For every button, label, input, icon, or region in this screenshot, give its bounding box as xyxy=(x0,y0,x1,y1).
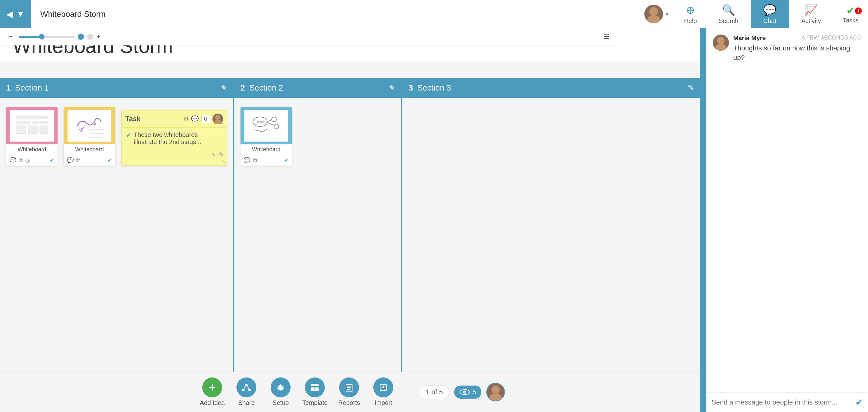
zoom-out-button[interactable]: − xyxy=(6,33,16,41)
search-label: Search xyxy=(719,18,738,25)
chat-message-1-header: Maria Myre A FEW SECONDS AGO xyxy=(733,34,862,42)
section-3-edit-button[interactable]: ✎ xyxy=(687,83,694,92)
task-edit-icon[interactable]: ✎ xyxy=(219,151,224,158)
svg-rect-3 xyxy=(16,121,30,123)
task-label: Task xyxy=(125,115,182,123)
card-s1-1-actions: 💬 ⧉ ◎ ✔ xyxy=(6,155,58,166)
section-3-content xyxy=(402,98,700,401)
section-3-header: 3 Section 3 ✎ xyxy=(402,78,700,98)
task-card[interactable]: Task ⧉ 💬 0 xyxy=(121,110,227,166)
chat-message-1-content: Maria Myre A FEW SECONDS AGO Thoughts so… xyxy=(733,34,862,63)
chat-label: Chat xyxy=(763,18,776,25)
card-s1-2-comment-icon[interactable]: 💬 xyxy=(67,157,74,164)
card-s2-1-actions: 💬 ⧉ ✔ xyxy=(241,155,292,166)
eyes-toggle[interactable]: 5 xyxy=(454,386,481,399)
task-check-icon: ✔ xyxy=(126,131,131,139)
card-s1-2-actions: 💬 ⧉ ✔ xyxy=(64,155,115,166)
chat-avatar-1 xyxy=(713,34,729,51)
card-s1-1-inner xyxy=(10,110,54,142)
import-icon xyxy=(373,378,393,398)
add-idea-label: Add Idea xyxy=(200,399,225,406)
template-icon xyxy=(305,378,325,398)
tasks-badge-count: 1 xyxy=(855,7,862,14)
svg-point-9 xyxy=(215,115,220,120)
card-s2-1-check-icon[interactable]: ✔ xyxy=(284,157,289,164)
card-s1-1-link-icon[interactable]: ◎ xyxy=(25,157,30,164)
chat-button[interactable]: 💬 Chat xyxy=(751,0,789,28)
card-s2-1[interactable]: define Whiteboard 💬 xyxy=(241,107,292,166)
toolbar-main-group: + Add Idea Share Setup xyxy=(195,375,400,409)
resize-handle[interactable]: ⤡ xyxy=(221,158,225,164)
task-comment-icon[interactable]: 💬 xyxy=(191,115,199,123)
chat-input[interactable] xyxy=(712,398,852,406)
add-idea-button[interactable]: + Add Idea xyxy=(195,375,229,409)
svg-text:define: define xyxy=(257,120,264,123)
card-s2-1-comment-icon[interactable]: 💬 xyxy=(244,157,250,164)
zoom-bar: − + ☰ xyxy=(0,28,616,46)
task-layers-icon[interactable]: ⧉ xyxy=(184,115,189,123)
svg-point-35 xyxy=(489,393,502,401)
card-s1-1-comment-icon[interactable]: 💬 xyxy=(9,157,16,164)
card-s2-1-copy-icon[interactable]: ⧉ xyxy=(253,157,257,164)
section-1-num: 1 xyxy=(6,83,10,93)
template-label: Template xyxy=(302,399,328,406)
tasks-button[interactable]: ✔ Tasks 1 xyxy=(834,4,868,24)
template-button[interactable]: Template xyxy=(298,375,332,409)
setup-label: Setup xyxy=(273,399,289,406)
svg-line-19 xyxy=(244,386,245,389)
card-s1-1-preview xyxy=(6,107,58,144)
card-s1-2-copy-icon[interactable]: ⧉ xyxy=(76,157,80,164)
search-button[interactable]: 🔍 Search xyxy=(706,0,751,28)
avatar-button[interactable]: ▾ xyxy=(638,5,675,23)
align-button[interactable]: ☰ xyxy=(603,33,610,41)
svg-rect-22 xyxy=(311,384,318,386)
activity-label: Activity xyxy=(801,18,821,25)
participants-area: 1 of 5 5 xyxy=(419,383,505,402)
task-badge-count: 0 xyxy=(201,115,210,123)
card-s1-2-check-icon[interactable]: ✔ xyxy=(107,157,112,164)
task-card-body: ✔ These two whiteboards illustrate the 2… xyxy=(122,127,227,149)
blue-border xyxy=(700,28,706,412)
card-s1-1[interactable]: Whiteboard 💬 ⧉ ◎ ✔ xyxy=(6,107,58,166)
zoom-in-button[interactable]: + xyxy=(96,33,100,41)
svg-point-0 xyxy=(649,7,658,16)
share-button[interactable]: Share xyxy=(229,375,264,409)
chat-icon: 💬 xyxy=(763,4,776,16)
add-idea-icon: + xyxy=(202,378,222,398)
section-1: 1 Section 1 ✎ xyxy=(0,78,234,401)
chat-time-1: A FEW SECONDS AGO xyxy=(801,34,862,42)
share-icon xyxy=(237,378,256,398)
card-s2-1-inner: define xyxy=(244,110,288,142)
zoom-indicator xyxy=(78,34,84,40)
chat-send-button[interactable]: ✔ xyxy=(855,397,863,408)
canvas-area: Whiteboard Storm − + ☰ 1 Section 1 ✎ xyxy=(0,28,700,412)
card-s1-2[interactable]: Tips Whiteboard 💬 ⧉ ✔ xyxy=(64,107,115,166)
setup-button[interactable]: Setup xyxy=(264,375,298,409)
card-s1-1-copy-icon[interactable]: ⧉ xyxy=(19,157,23,164)
tasks-check-icon: ✔ xyxy=(846,4,855,17)
svg-text:Tips: Tips xyxy=(91,122,97,125)
participant-avatar-1[interactable] xyxy=(486,383,505,402)
nav-title: Whiteboard Storm xyxy=(31,9,638,19)
back-button[interactable]: ◀ xyxy=(6,9,13,19)
section-1-edit-button[interactable]: ✎ xyxy=(221,83,227,92)
section-2-edit-button[interactable]: ✎ xyxy=(389,83,395,92)
zoom-slider[interactable] xyxy=(19,36,75,38)
reports-icon xyxy=(339,378,359,398)
activity-button[interactable]: 📈 Activity xyxy=(789,0,834,28)
chat-text-1: Thoughts so far on how this is shaping u… xyxy=(733,43,862,63)
section-2-content: define Whiteboard 💬 xyxy=(234,98,401,401)
section-2-name: Section 2 xyxy=(249,83,384,93)
svg-point-10 xyxy=(214,120,222,124)
nav-right: ▾ ⊕ Help 🔍 Search 💬 Chat 📈 Activity ✔ Ta… xyxy=(638,0,868,28)
reports-button[interactable]: Reports xyxy=(332,375,366,409)
down-button[interactable]: ▼ xyxy=(16,9,25,19)
card-s2-1-preview: define xyxy=(241,107,292,144)
chat-input-area: ✔ xyxy=(707,392,868,412)
section-3: 3 Section 3 ✎ xyxy=(402,78,700,401)
import-button[interactable]: Import xyxy=(366,375,400,409)
card-s1-1-check-icon[interactable]: ✔ xyxy=(50,157,55,164)
card-s1-1-label: Whiteboard xyxy=(6,144,58,155)
section-2-num: 2 xyxy=(241,83,245,93)
help-button[interactable]: ⊕ Help xyxy=(675,4,706,25)
